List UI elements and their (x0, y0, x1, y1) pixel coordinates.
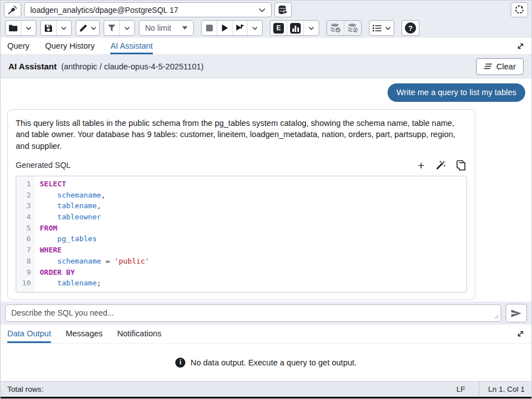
save-options-button[interactable] (56, 21, 71, 35)
new-connection-button[interactable] (274, 2, 292, 17)
expand-icon (516, 330, 525, 338)
connection-status-button[interactable] (4, 2, 21, 17)
help-button[interactable]: ? (402, 21, 419, 35)
expand-panel-button[interactable] (516, 37, 525, 54)
transaction-group (326, 20, 362, 36)
row-limit-value: No limit (145, 24, 171, 32)
commit-database-icon (330, 23, 341, 33)
tab-query[interactable]: Query (7, 37, 30, 54)
macro-button[interactable] (370, 21, 394, 35)
help-group: ? (402, 20, 419, 36)
eol-indicator: LF (443, 385, 479, 393)
stop-button[interactable] (202, 21, 217, 35)
execute-button[interactable] (217, 21, 232, 35)
ai-assistant-title: AI Assistant (8, 62, 57, 71)
window-bottom-edge (1, 397, 531, 398)
sql-line: 10 tablename; (16, 278, 466, 289)
file-group (5, 20, 36, 36)
rollback-button[interactable] (344, 21, 361, 35)
query-tool-window: loadgen_analytics/dpage@PostgreSQL 17 (0, 0, 532, 399)
tab-messages[interactable]: Messages (66, 325, 102, 343)
generated-sql-code: 1 SELECT 2 schemaname, 3 tablename, 4 ta… (16, 176, 467, 293)
resize-grip-icon[interactable] (494, 314, 499, 319)
sql-line: 3 tablename, (16, 200, 466, 212)
send-icon (511, 308, 522, 318)
generated-sql-header: Generated SQL + (16, 159, 467, 171)
send-button[interactable] (506, 304, 527, 322)
execute-options-button[interactable] (247, 21, 262, 35)
sql-line: 4 tableowner (16, 212, 466, 223)
copy-icon[interactable] (456, 160, 466, 171)
query-toolbar: No limit E (1, 19, 531, 37)
expand-output-button[interactable] (516, 325, 525, 343)
save-button[interactable] (41, 21, 56, 35)
plug-icon (7, 4, 18, 15)
explain-button[interactable]: E (270, 21, 287, 35)
magic-wand-icon[interactable] (435, 160, 446, 171)
chevron-down-icon (124, 26, 130, 30)
execute-group (201, 20, 263, 36)
explain-group: E (270, 20, 319, 36)
status-bar: Total rows: LF Ln 1, Col 1 (1, 381, 531, 397)
save-group (40, 20, 72, 36)
commit-button[interactable] (327, 21, 344, 35)
explain-badge-icon: E (273, 23, 284, 34)
filter-button[interactable] (104, 21, 119, 35)
clear-button[interactable]: Clear (476, 58, 524, 75)
line-number: 6 (16, 233, 35, 245)
clear-icon (484, 63, 492, 69)
filter-icon (108, 24, 116, 32)
save-icon (44, 24, 53, 32)
explain-analyze-chart-icon (290, 23, 301, 34)
chevron-down-icon (26, 26, 31, 30)
open-file-button[interactable] (6, 21, 21, 35)
tab-ai-assistant[interactable]: AI Assistant (110, 37, 153, 54)
no-data-output-message: No data output. Execute a query to get o… (190, 358, 357, 367)
chevron-down-icon (252, 26, 258, 30)
edit-button[interactable] (76, 21, 99, 35)
sql-line: 9 ORDER BY (16, 267, 466, 278)
line-number: 5 (16, 223, 35, 234)
chevron-down-icon (309, 26, 314, 30)
explain-options-button[interactable] (304, 21, 319, 35)
line-number: 3 (16, 200, 35, 212)
line-number: 10 (16, 278, 35, 289)
execute-current-button[interactable] (232, 21, 247, 35)
folder-icon (8, 24, 18, 32)
open-file-options-button[interactable] (21, 21, 36, 35)
tab-query-history[interactable]: Query History (45, 37, 95, 54)
generated-sql-label: Generated SQL (16, 161, 71, 170)
refresh-icon (515, 5, 524, 15)
prompt-input[interactable] (5, 304, 501, 322)
cursor-position: Ln 1, Col 1 (479, 385, 525, 393)
insert-sql-button[interactable]: + (418, 159, 424, 171)
sql-line: 5 FROM (16, 223, 466, 234)
assistant-response-text: This query lists all tables in the publi… (16, 118, 467, 152)
ai-assistant-chat-area: Write me a query to list my tables This … (1, 78, 531, 302)
help-icon: ? (405, 22, 416, 34)
line-number: 9 (16, 267, 35, 278)
stop-icon (206, 25, 213, 31)
row-limit-select[interactable]: No limit (139, 21, 193, 35)
rollback-database-icon (347, 23, 358, 33)
explain-analyze-button[interactable] (287, 21, 304, 35)
sql-line: 8 schemaname = 'public' (16, 256, 466, 267)
assistant-response-card: This query lists all tables in the publi… (7, 109, 475, 300)
reset-layout-button[interactable] (511, 2, 528, 17)
line-number: 8 (16, 256, 35, 267)
connection-bar: loadgen_analytics/dpage@PostgreSQL 17 (1, 1, 531, 19)
tab-data-output[interactable]: Data Output (7, 325, 51, 343)
sql-line: 1 SELECT (16, 179, 466, 190)
connection-select-value: loadgen_analytics/dpage@PostgreSQL 17 (30, 6, 178, 15)
total-rows-label: Total rows: (7, 385, 44, 393)
connection-select[interactable]: loadgen_analytics/dpage@PostgreSQL 17 (24, 2, 272, 17)
tab-messages-label: Messages (66, 329, 102, 338)
chevron-down-icon (385, 26, 391, 30)
filter-options-button[interactable] (119, 21, 134, 35)
caret-down-icon (182, 26, 188, 30)
edit-group (76, 20, 100, 36)
tab-notifications[interactable]: Notifications (117, 325, 161, 343)
info-icon: i (175, 358, 185, 368)
chevron-down-icon (61, 26, 67, 30)
macro-group (369, 20, 394, 36)
